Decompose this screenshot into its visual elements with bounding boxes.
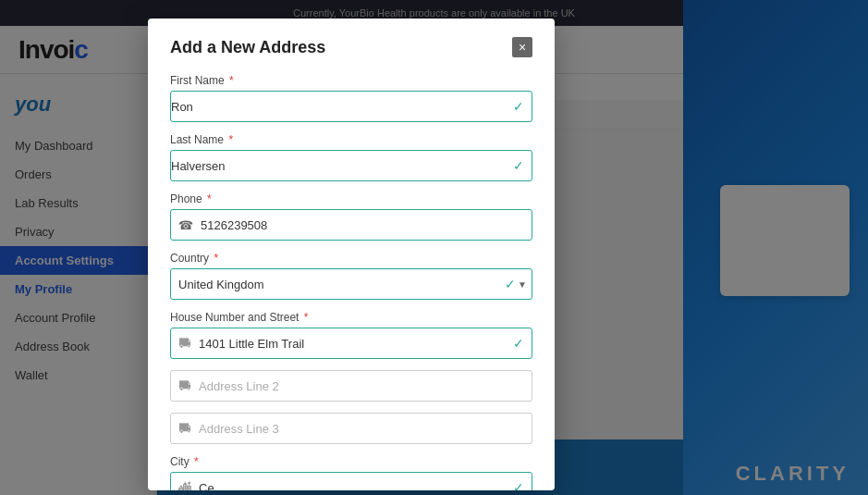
- city-input-wrapper: 🏙 ✓: [170, 472, 532, 490]
- house-number-input-wrapper: ⛟ ✓: [170, 328, 532, 359]
- phone-field-group: Phone * ☎: [170, 192, 532, 241]
- phone-label: Phone *: [170, 192, 532, 205]
- address-line3-field-group: ⛟: [170, 413, 532, 444]
- city-label: City *: [170, 455, 532, 468]
- last-name-input[interactable]: [171, 151, 506, 180]
- first-name-check-icon: ✓: [506, 99, 532, 114]
- address-line3-input-wrapper: ⛟: [170, 413, 532, 444]
- modal-title: Add a New Address: [170, 38, 325, 57]
- first-name-label: First Name *: [170, 74, 532, 87]
- add-address-modal: Add a New Address × First Name * ✓ Last …: [148, 19, 555, 490]
- country-label: Country *: [170, 252, 532, 265]
- city-building-icon: 🏙: [171, 480, 199, 490]
- country-select-wrapper: United Kingdom United States Canada ✓ ▼: [170, 268, 532, 300]
- city-input-container: 🏙 ✓ Cedar Park 1401 Little Elm Trl Manag…: [170, 472, 532, 490]
- modal-header: Add a New Address ×: [170, 37, 532, 57]
- last-name-check-icon: ✓: [506, 158, 532, 173]
- first-name-input-wrapper: ✓: [170, 91, 532, 122]
- address3-map-icon: ⛟: [171, 421, 199, 436]
- country-select[interactable]: United Kingdom United States Canada: [170, 268, 532, 300]
- first-name-input[interactable]: [171, 92, 506, 121]
- house-number-input[interactable]: [199, 328, 506, 358]
- last-name-input-wrapper: ✓: [170, 150, 532, 181]
- country-field-group: Country * United Kingdom United States C…: [170, 252, 532, 300]
- city-input[interactable]: [199, 473, 506, 490]
- modal-close-button[interactable]: ×: [512, 37, 532, 57]
- address-line2-input[interactable]: [199, 371, 532, 401]
- address-line2-field-group: ⛟: [170, 370, 532, 402]
- phone-flag-icon: ☎: [171, 218, 201, 232]
- first-name-field-group: First Name * ✓: [170, 74, 532, 122]
- house-number-map-icon: ⛟: [171, 336, 199, 351]
- last-name-field-group: Last Name * ✓: [170, 133, 532, 181]
- address-line3-input[interactable]: [199, 414, 532, 443]
- last-name-label: Last Name *: [170, 133, 532, 146]
- address2-map-icon: ⛟: [171, 378, 199, 393]
- house-number-check-icon: ✓: [506, 336, 532, 351]
- phone-input-wrapper: ☎: [170, 209, 532, 241]
- address-line2-input-wrapper: ⛟: [170, 370, 532, 402]
- phone-input[interactable]: [201, 210, 532, 240]
- city-check-icon: ✓: [506, 480, 532, 490]
- city-field-group: City * 🏙 ✓ Cedar Park 1401 Little Elm Tr…: [170, 455, 532, 490]
- house-number-label: House Number and Street *: [170, 311, 532, 324]
- house-number-field-group: House Number and Street * ⛟ ✓: [170, 311, 532, 359]
